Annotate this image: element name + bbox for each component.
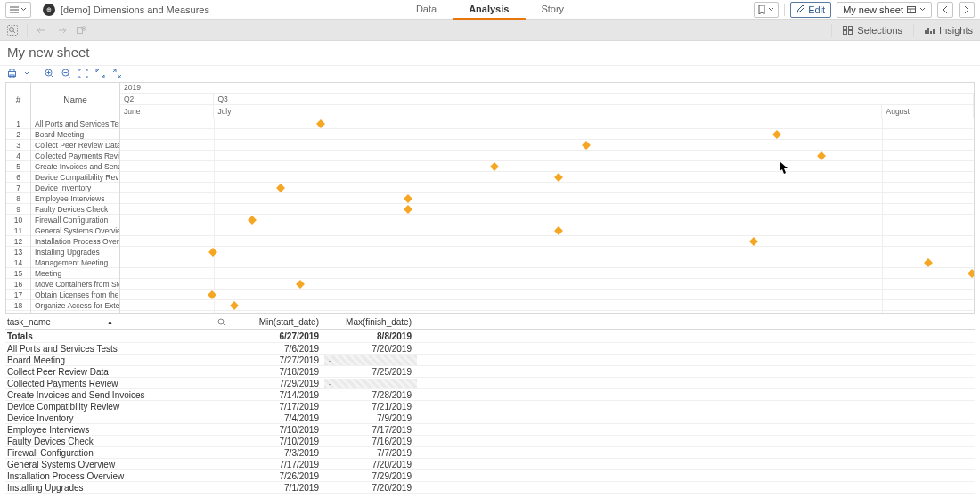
table-row[interactable]: Create Invoices and Send Invoices7/14/20… xyxy=(5,389,975,401)
tab-analysis[interactable]: Analysis xyxy=(453,0,525,20)
cell-min: 7/26/2019 xyxy=(232,471,324,481)
milestone-diamond[interactable] xyxy=(208,290,216,299)
menu-button[interactable] xyxy=(5,2,31,18)
gantt-timeline[interactable]: 2019 Q2 Q3 June July August xyxy=(120,83,974,313)
milestone-diamond[interactable] xyxy=(817,151,826,160)
row-name[interactable]: Employee Interviews xyxy=(31,193,119,204)
gantt-bar-row[interactable] xyxy=(120,140,974,151)
row-name[interactable]: Collect Peer Review Data xyxy=(31,140,119,151)
milestone-diamond[interactable] xyxy=(968,269,974,278)
row-name[interactable]: Board Meeting xyxy=(31,129,119,140)
sheet-selector[interactable]: My new sheet xyxy=(837,2,932,18)
table-row[interactable]: Installing Upgrades7/1/20197/20/2019 xyxy=(5,482,975,494)
zoom-fit-icon[interactable] xyxy=(78,69,88,78)
cell-max: - xyxy=(324,379,417,388)
next-sheet-button[interactable] xyxy=(959,2,975,18)
prev-sheet-button[interactable] xyxy=(937,2,953,18)
gantt-bar-row[interactable] xyxy=(120,215,974,225)
row-name[interactable]: Device Inventory xyxy=(31,183,119,193)
table-row[interactable]: Faulty Devices Check7/10/20197/16/2019 xyxy=(5,436,975,447)
milestone-diamond[interactable] xyxy=(404,194,412,203)
gantt-bar-row[interactable] xyxy=(120,183,974,193)
table-header-task[interactable]: task_name ▲ xyxy=(5,317,232,327)
milestone-diamond[interactable] xyxy=(249,216,257,225)
table-row[interactable]: Device Inventory7/4/20197/9/2019 xyxy=(5,412,975,424)
milestone-diamond[interactable] xyxy=(230,301,239,310)
bookmark-dropdown[interactable] xyxy=(754,2,779,18)
milestone-diamond[interactable] xyxy=(208,248,217,257)
gantt-bar-row[interactable] xyxy=(120,225,974,236)
edit-button[interactable]: Edit xyxy=(790,2,831,18)
milestone-diamond[interactable] xyxy=(582,141,591,150)
row-name[interactable]: Meeting xyxy=(31,268,119,279)
milestone-diamond[interactable] xyxy=(924,258,933,267)
gantt-bar-row[interactable] xyxy=(120,236,974,247)
table-row[interactable]: Device Compatibility Review7/17/20197/21… xyxy=(5,401,975,412)
milestone-diamond[interactable] xyxy=(296,280,305,289)
chevron-down-icon[interactable] xyxy=(24,71,29,75)
step-back-icon[interactable] xyxy=(37,26,47,35)
cell-max: 7/29/2019 xyxy=(324,471,417,481)
row-name[interactable]: Create Invoices and Send Invoices xyxy=(31,161,119,172)
table-header-min[interactable]: Min(start_date) xyxy=(232,317,324,327)
milestone-diamond[interactable] xyxy=(554,226,563,235)
row-name[interactable]: Move Containers from Storage Facility xyxy=(31,279,119,290)
row-name[interactable]: Collected Payments Review xyxy=(31,151,119,161)
row-name[interactable]: Organize Access for External Audit Team xyxy=(31,300,119,311)
table-row[interactable]: Firewall Configuration7/3/20197/7/2019 xyxy=(5,447,975,459)
row-number: 5 xyxy=(6,161,30,172)
table-row[interactable]: Installation Process Overview7/26/20197/… xyxy=(5,470,975,482)
search-icon[interactable] xyxy=(217,318,226,327)
row-name[interactable]: All Ports and Services Tests xyxy=(31,118,119,129)
gantt-bar-row[interactable] xyxy=(120,268,974,279)
gantt-bar-row[interactable] xyxy=(120,129,974,140)
milestone-diamond[interactable] xyxy=(490,162,499,171)
table-header-max[interactable]: Max(finish_date) xyxy=(324,317,417,327)
table-row[interactable]: General Systems Overview7/17/20197/20/20… xyxy=(5,459,975,470)
gantt-bar-row[interactable] xyxy=(120,151,974,161)
gantt-bar-row[interactable] xyxy=(120,257,974,268)
milestone-diamond[interactable] xyxy=(749,237,758,246)
tab-data[interactable]: Data xyxy=(400,0,453,20)
gantt-bar-row[interactable] xyxy=(120,118,974,129)
print-icon[interactable] xyxy=(7,69,17,78)
row-name[interactable]: Faulty Devices Check xyxy=(31,204,119,215)
gantt-bar-row[interactable] xyxy=(120,247,974,257)
tab-story[interactable]: Story xyxy=(525,0,580,20)
row-name[interactable]: Device Compatibility Review xyxy=(31,172,119,183)
selections-tool[interactable]: Selections xyxy=(843,25,902,36)
gantt-bar-row[interactable] xyxy=(120,290,974,300)
row-number: 6 xyxy=(6,172,30,183)
milestone-diamond[interactable] xyxy=(316,119,325,128)
gantt-bar-row[interactable] xyxy=(120,172,974,183)
collapse-icon[interactable] xyxy=(112,69,122,78)
row-name[interactable]: Obtain Licenses from the Vendor xyxy=(31,290,119,300)
zoom-in-icon[interactable] xyxy=(45,69,54,78)
table-row[interactable]: Employee Interviews7/10/20197/17/2019 xyxy=(5,424,975,436)
zoom-out-icon[interactable] xyxy=(61,69,71,78)
gantt-bar-row[interactable] xyxy=(120,161,974,172)
clear-selections-icon[interactable] xyxy=(76,26,86,35)
row-name[interactable]: Installation Process Overview xyxy=(31,236,119,247)
step-forward-icon[interactable] xyxy=(56,26,67,35)
gantt-bar-row[interactable] xyxy=(120,204,974,215)
milestone-diamond[interactable] xyxy=(404,205,412,214)
smart-search-icon[interactable] xyxy=(7,25,18,36)
gantt-bar-row[interactable] xyxy=(120,300,974,311)
milestone-diamond[interactable] xyxy=(554,173,563,182)
table-row[interactable]: Collect Peer Review Data7/18/20197/25/20… xyxy=(5,366,975,378)
row-name[interactable]: General Systems Overview xyxy=(31,225,119,236)
gantt-row-number-column: # 123456789101112131415161718 xyxy=(6,83,31,313)
row-name[interactable]: Management Meeting xyxy=(31,257,119,268)
milestone-diamond[interactable] xyxy=(772,130,781,139)
expand-icon[interactable] xyxy=(95,69,105,78)
row-name[interactable]: Firewall Configuration xyxy=(31,215,119,225)
table-row[interactable]: All Ports and Services Tests7/6/20197/20… xyxy=(5,343,975,355)
gantt-bar-row[interactable] xyxy=(120,193,974,204)
table-row[interactable]: Collected Payments Review7/29/2019 - xyxy=(5,378,975,389)
milestone-diamond[interactable] xyxy=(276,184,285,192)
insights-tool[interactable]: Insights xyxy=(925,25,973,36)
row-name[interactable]: Installing Upgrades xyxy=(31,247,119,257)
gantt-bar-row[interactable] xyxy=(120,279,974,290)
table-row[interactable]: Board Meeting7/27/2019 - xyxy=(5,355,975,366)
